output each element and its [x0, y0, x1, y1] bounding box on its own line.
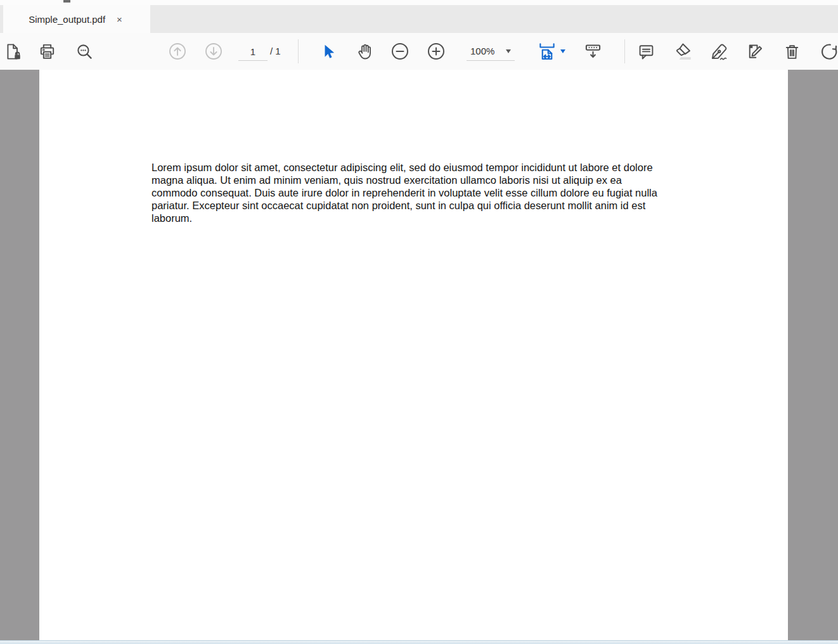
- page-number-input[interactable]: [238, 43, 268, 61]
- search-button[interactable]: [72, 39, 97, 64]
- select-tool-button[interactable]: [315, 39, 340, 64]
- chevron-down-icon: [560, 49, 565, 53]
- pdf-page[interactable]: Lorem ipsum dolor sit amet, consectetur …: [39, 70, 788, 640]
- next-page-button[interactable]: [201, 39, 226, 64]
- chevron-down-icon: [506, 49, 511, 53]
- search-icon: [75, 42, 94, 61]
- collapse-toolbar-button[interactable]: [580, 39, 605, 64]
- rotate-clockwise-icon: [819, 42, 838, 61]
- zoom-level-value: 100%: [470, 33, 494, 70]
- tab-bar: Simple_output.pdf ×: [0, 5, 838, 34]
- titlebar-remnant: [0, 0, 838, 5]
- titlebar-cutoff-mark: [63, 0, 70, 3]
- tab-title: Simple_output.pdf: [29, 14, 105, 25]
- previous-page-button[interactable]: [165, 39, 190, 64]
- main-toolbar: / 1: [0, 33, 838, 70]
- zoom-underline: [467, 60, 515, 61]
- edit-pdf-button[interactable]: [742, 39, 767, 64]
- delete-button[interactable]: [779, 39, 804, 64]
- highlighter-icon: [673, 42, 692, 61]
- pdf-viewer-window: Simple_output.pdf ×: [0, 0, 838, 644]
- hand-icon: [356, 42, 374, 61]
- rotate-button[interactable]: [816, 39, 838, 64]
- hand-tool-button[interactable]: [352, 39, 377, 64]
- window-bottom-edge: [0, 640, 838, 644]
- arrow-up-circle-icon: [168, 42, 187, 61]
- arrow-down-circle-icon: [204, 42, 223, 61]
- zoom-out-button[interactable]: [387, 39, 413, 64]
- page-total-label: / 1: [270, 33, 281, 70]
- trash-icon: [783, 42, 801, 61]
- fit-width-button[interactable]: [536, 39, 567, 64]
- comment-button[interactable]: [633, 39, 659, 64]
- file-lock-icon: [4, 42, 23, 61]
- speech-bubble-icon: [637, 42, 655, 61]
- zoom-level-select[interactable]: 100%: [465, 33, 516, 70]
- printer-icon: [38, 42, 56, 61]
- pdf-paragraph: Lorem ipsum dolor sit amet, consectetur …: [151, 161, 668, 224]
- toolbar-collapse-icon: [583, 42, 603, 61]
- document-canvas[interactable]: Lorem ipsum dolor sit amet, consectetur …: [0, 70, 838, 640]
- zoom-in-button[interactable]: [423, 39, 449, 64]
- toolbar-divider: [298, 39, 299, 63]
- close-icon[interactable]: ×: [114, 13, 125, 25]
- fill-sign-button[interactable]: [706, 39, 732, 64]
- document-tab[interactable]: Simple_output.pdf ×: [3, 5, 150, 34]
- edit-page-icon: [745, 42, 764, 61]
- fountain-pen-icon: [709, 42, 729, 61]
- highlight-button[interactable]: [670, 39, 695, 64]
- toolbar-divider: [624, 39, 625, 63]
- print-button[interactable]: [34, 39, 60, 64]
- cursor-arrow-icon: [319, 43, 337, 60]
- plus-circle-icon: [427, 42, 446, 61]
- save-button[interactable]: [1, 39, 26, 64]
- minus-circle-icon: [390, 42, 409, 61]
